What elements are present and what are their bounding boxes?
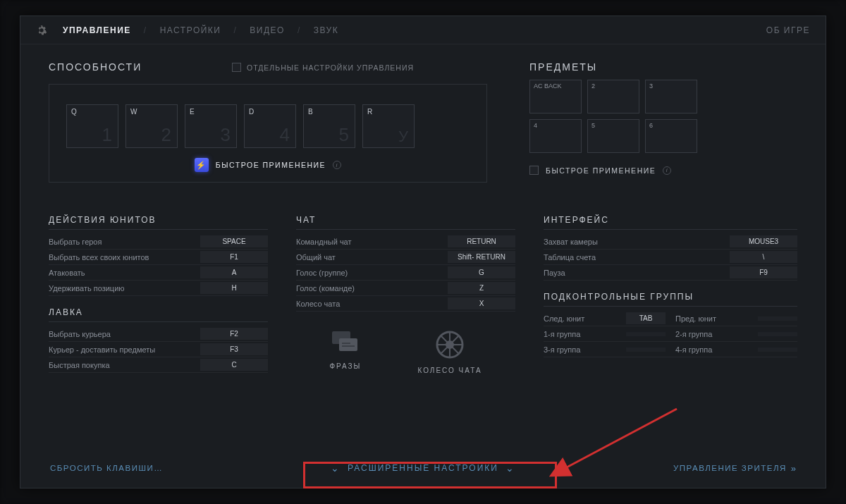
footer-bar: СБРОСИТЬ КЛАВИШИ… ⌄ РАСШИРЕННЫЕ НАСТРОЙК…: [20, 448, 826, 488]
shop-row: Выбрать курьераF2: [49, 326, 268, 342]
bind-key-input[interactable]: Shift- RETURN: [448, 251, 515, 263]
interface-row: Захват камерыMOUSE3: [544, 234, 797, 250]
bind-label: Удерживать позицию: [49, 284, 200, 293]
content-area: СПОСОБНОСТИ ОТДЕЛЬНЫЕ НАСТРОЙКИ УПРАВЛЕН…: [20, 44, 826, 374]
item-slot-6[interactable]: 6: [645, 119, 697, 153]
chevron-down-icon: ⌄: [505, 462, 515, 474]
chat-row: Голос (команде)Z: [296, 281, 515, 296]
chat-row: Командный чатRETURN: [296, 234, 515, 250]
info-icon[interactable]: i: [333, 161, 341, 169]
bind-key-input[interactable]: Z: [448, 282, 515, 294]
bind-key-input[interactable]: F2: [200, 328, 268, 340]
items-quickcast-label: БЫСТРОЕ ПРИМЕНЕНИЕ: [546, 166, 656, 175]
bind-key-input[interactable]: RETURN: [448, 235, 515, 247]
chevron-right-icon: »: [791, 463, 796, 474]
bind-key-input[interactable]: [758, 316, 797, 321]
ability-box: Q1W2E3D4B5RУ ⚡ БЫСТРОЕ ПРИМЕНЕНИЕ i: [49, 84, 487, 183]
reset-keys-button[interactable]: СБРОСИТЬ КЛАВИШИ…: [50, 464, 163, 472]
bind-label: Выбрать героя: [49, 238, 200, 246]
bind-key-input[interactable]: MOUSE3: [730, 235, 797, 247]
ability-slot-4[interactable]: D4: [244, 104, 296, 148]
bind-key-input[interactable]: [758, 332, 797, 336]
separate-controls-checkbox[interactable]: [232, 63, 241, 72]
section-unit-actions-title: ДЕЙСТВИЯ ЮНИТОВ: [49, 215, 268, 225]
bind-key-input[interactable]: \: [730, 251, 797, 263]
bind-label: Курьер - доставить предметы: [49, 345, 200, 354]
bind-key-input[interactable]: C: [200, 359, 268, 371]
bind-label: Колесо чата: [296, 300, 448, 308]
bind-key-input[interactable]: F3: [200, 343, 268, 355]
ability-slot-6[interactable]: RУ: [362, 104, 415, 148]
bind-key-input[interactable]: TAB: [626, 312, 666, 324]
ability-slot-5[interactable]: B5: [303, 104, 355, 148]
bind-label: Голос (команде): [296, 284, 448, 293]
chat-wheel-label: КОЛЕСО ЧАТА: [417, 367, 482, 374]
svg-rect-3: [342, 345, 355, 347]
gear-icon: [36, 25, 47, 36]
shop-row: Быстрая покупкаC: [49, 357, 268, 373]
section-abilities-title: СПОСОБНОСТИ: [49, 61, 142, 73]
section-control-groups-title: ПОДКОНТРОЛЬНЫЕ ГРУППЫ: [544, 292, 797, 302]
ability-slot-1[interactable]: Q1: [66, 104, 118, 148]
ability-slot-3[interactable]: E3: [185, 104, 237, 148]
bind-key-input[interactable]: A: [200, 266, 268, 278]
chat-icon: [331, 330, 360, 355]
advanced-settings-button[interactable]: ⌄ РАСШИРЕННЫЕ НАСТРОЙКИ ⌄: [331, 462, 515, 474]
interface-row: ПаузаF9: [544, 265, 797, 281]
unit-action-row: Выбрать герояSPACE: [49, 234, 268, 250]
unit-action-row: Удерживать позициюH: [49, 281, 268, 296]
bind-label: Таблица счета: [544, 253, 730, 262]
bind-key-input[interactable]: H: [200, 282, 268, 294]
wheel-icon: [435, 330, 465, 359]
unit-action-row: АтаковатьA: [49, 265, 268, 281]
settings-panel: УПРАВЛЕНИЕ / НАСТРОЙКИ / ВИДЕО / ЗВУК ОБ…: [20, 16, 826, 488]
svg-rect-1: [339, 338, 357, 351]
item-slot-3[interactable]: 3: [645, 80, 697, 113]
separate-controls-toggle[interactable]: ОТДЕЛЬНЫЕ НАСТРОЙКИ УПРАВЛЕНИЯ: [232, 63, 414, 72]
phrases-label: ФРАЗЫ: [329, 362, 361, 370]
phrases-button[interactable]: ФРАЗЫ: [329, 330, 361, 374]
chat-wheel-button[interactable]: КОЛЕСО ЧАТА: [417, 330, 482, 374]
bind-label: Командный чат: [296, 238, 448, 246]
nav-video[interactable]: ВИДЕО: [247, 25, 288, 35]
section-items-title: ПРЕДМЕТЫ: [529, 61, 797, 73]
nav-audio[interactable]: ЗВУК: [311, 25, 341, 35]
unit-action-row: Выбрать всех своих юнитовF1: [49, 250, 268, 265]
abilities-quickcast-toggle[interactable]: ⚡ БЫСТРОЕ ПРИМЕНЕНИЕ i: [66, 158, 470, 172]
nav-about[interactable]: ОБ ИГРЕ: [766, 25, 810, 35]
bind-key-input[interactable]: X: [448, 297, 515, 309]
bind-label: Общий чат: [296, 253, 448, 262]
bind-label: Быстрая покупка: [49, 361, 200, 369]
bind-label: Выбрать курьера: [49, 330, 200, 338]
lightning-icon: ⚡: [195, 158, 209, 172]
section-chat-title: ЧАТ: [296, 215, 515, 225]
bind-label: Захват камеры: [544, 238, 730, 246]
ability-slot-2[interactable]: W2: [125, 104, 178, 148]
spectator-controls-button[interactable]: УПРАВЛЕНИЕ ЗРИТЕЛЯ: [673, 464, 787, 472]
item-slot-4[interactable]: 4: [529, 119, 582, 153]
bind-label: Выбрать всех своих юнитов: [49, 253, 200, 262]
section-interface-title: ИНТЕРФЕЙС: [544, 215, 797, 225]
item-slot-2[interactable]: 2: [587, 80, 639, 113]
item-slot-1[interactable]: AC BACK: [529, 80, 582, 113]
items-quickcast-checkbox[interactable]: [529, 166, 539, 175]
bind-key-input[interactable]: F9: [730, 266, 797, 278]
info-icon[interactable]: i: [663, 166, 671, 175]
bind-key-input[interactable]: [626, 348, 666, 352]
nav-controls[interactable]: УПРАВЛЕНИЕ: [60, 25, 134, 35]
bind-key-input[interactable]: G: [448, 266, 515, 278]
bind-label: Пауза: [544, 269, 730, 277]
item-slot-5[interactable]: 5: [587, 119, 639, 153]
svg-rect-2: [342, 343, 350, 344]
advanced-settings-label: РАСШИРЕННЫЕ НАСТРОЙКИ: [348, 463, 498, 473]
chat-row: Общий чатShift- RETURN: [296, 250, 515, 265]
bind-key-input[interactable]: [758, 348, 797, 352]
bind-label: Атаковать: [49, 269, 200, 277]
chat-row: Колесо чатаX: [296, 296, 515, 312]
bind-key-input[interactable]: F1: [200, 251, 268, 263]
items-quickcast-toggle[interactable]: БЫСТРОЕ ПРИМЕНЕНИЕ i: [529, 166, 797, 175]
abilities-quickcast-label: БЫСТРОЕ ПРИМЕНЕНИЕ: [216, 161, 326, 169]
bind-key-input[interactable]: SPACE: [200, 235, 268, 247]
nav-settings[interactable]: НАСТРОЙКИ: [157, 25, 224, 35]
bind-key-input[interactable]: [626, 332, 666, 336]
